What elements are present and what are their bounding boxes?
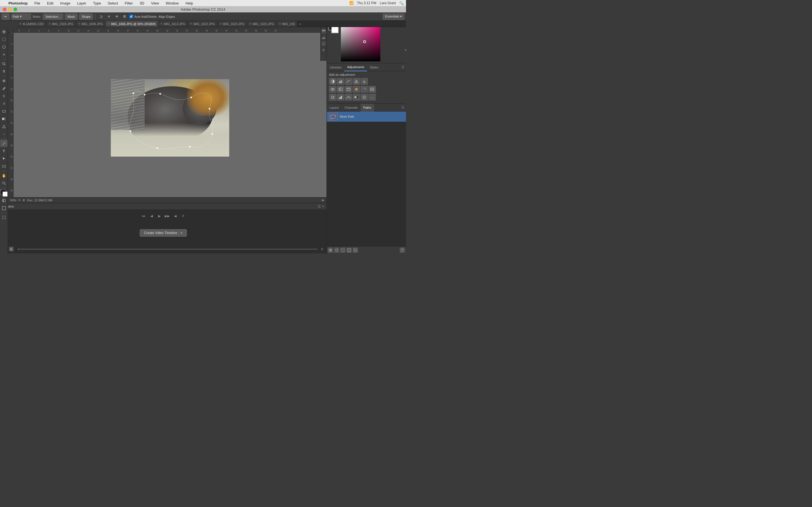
adj-color-balance[interactable] [337,86,344,93]
menu-image[interactable]: Image [59,1,71,5]
menu-select[interactable]: Select [107,1,119,5]
tab-1622[interactable]: ✕ IMG_1622.JPG [188,21,217,27]
timeline-trash-btn[interactable]: 🗑 [9,247,13,251]
view-icon[interactable]: ⊞ [22,199,25,202]
fill-path-btn[interactable] [328,247,333,252]
tab-1623[interactable]: ✕ IMG_1623.JPG [217,21,247,27]
menu-file[interactable]: File [33,1,42,5]
tool-shape[interactable] [0,163,8,170]
adj-channel-mixer[interactable] [361,86,368,93]
auto-add-delete-row[interactable]: Auto Add/Delete [130,15,157,18]
adj-levels[interactable] [337,78,344,85]
tab-close-1631[interactable]: ✕ [249,22,252,25]
tool-magic-wand[interactable]: ✴ [0,51,8,58]
create-video-timeline-button[interactable]: Create Video Timeline ▾ [140,229,187,237]
path-transform-icon[interactable]: ✛ [114,13,120,20]
tab-close-155[interactable]: ✕ [279,22,281,25]
tab-1569[interactable]: ✕ IMG_1569.JPG [46,21,76,27]
selection-button[interactable]: Selection... [43,13,63,20]
timeline-loop[interactable]: ↺ [180,213,186,219]
menu-3d[interactable]: 3D [139,1,146,5]
adj-brightness-contrast[interactable] [329,78,336,85]
tool-marquee[interactable] [0,36,8,43]
create-video-dropdown-icon[interactable]: ▾ [179,231,183,235]
mini-histogram-icon[interactable] [321,35,326,40]
selection-as-path-btn[interactable] [347,247,352,252]
tab-155[interactable]: ✕ IMG_155 [276,21,297,27]
adj-color-lookup[interactable] [368,86,376,93]
mini-info-icon[interactable] [321,41,326,46]
tool-dodge[interactable]: ○ [0,130,8,138]
mask-button[interactable]: Mask [65,13,77,20]
tool-frame[interactable] [0,214,8,221]
reset-colors-icon[interactable]: ↺ [0,189,2,192]
tool-blur[interactable] [0,123,8,130]
tool-history-brush[interactable]: ↺ [0,100,8,107]
play-button[interactable]: ▶ [322,198,324,202]
stroke-path-btn[interactable] [334,247,339,252]
tab-1613[interactable]: ✕ IMG_1613.JPG [158,21,188,27]
tab-1606[interactable]: ✕ IMG_1606.JPG @ 50% (RGB/8) [105,21,158,27]
tab-1631[interactable]: ✕ IMG_1631.JPG [247,21,276,27]
timeline-menu-icon[interactable]: ☰ [318,205,321,209]
tab-close-1623[interactable]: ✕ [220,22,222,25]
adj-gradient-map[interactable] [353,94,360,101]
tool-lasso[interactable] [0,43,8,51]
auto-add-delete-checkbox[interactable] [130,15,133,18]
timeline-first-frame[interactable]: ⏮ [141,213,146,219]
delete-path-btn[interactable] [400,247,405,252]
tab-adjustments[interactable]: Adjustments [344,63,367,71]
menu-help[interactable]: Help [185,1,194,5]
app-name-menu[interactable]: Photoshop [7,1,29,5]
canvas-content[interactable] [13,33,326,203]
adj-posterize[interactable] [337,94,344,101]
tool-screen-mode[interactable] [0,205,8,212]
menu-window[interactable]: Window [165,1,180,5]
search-icon[interactable]: 🔍 [399,1,404,5]
tool-gradient[interactable] [0,115,8,122]
adj-threshold[interactable] [345,94,352,101]
tab-close-1606[interactable]: ✕ [108,22,110,25]
timeline-collapse-icon[interactable]: ✕ [322,205,324,208]
color-saturation-brightness[interactable] [341,22,380,61]
maximize-button[interactable] [13,8,17,11]
adj-invert[interactable] [329,94,336,101]
tool-hand[interactable]: ✋ [0,172,8,179]
essentials-button[interactable]: Essentials ▾ [383,13,404,20]
timeline-back[interactable]: ◀ [172,213,178,219]
tab-layers[interactable]: Layers [327,104,342,112]
adj-vibrance[interactable] [361,78,368,85]
tool-brush[interactable] [0,85,8,92]
tool-healing[interactable] [0,77,8,84]
tab-close-1569[interactable]: ✕ [49,22,51,25]
path-as-selection-btn[interactable] [340,247,345,252]
zoom-icon[interactable]: ▾ [18,198,20,202]
adj-more[interactable]: … [368,94,376,101]
tab-styles[interactable]: Styles [367,63,381,71]
path-align-center-icon[interactable]: ≡ [106,13,112,20]
tool-zoom[interactable] [0,179,8,187]
timeline-settings-icon[interactable]: ⚙ [320,247,324,251]
timeline-play[interactable]: ▶ [156,213,162,219]
tool-move[interactable] [0,28,8,36]
tab-libraries[interactable]: Libraries [327,63,344,71]
tool-clone-stamp[interactable]: S [0,93,8,100]
adj-curves[interactable] [345,78,352,85]
mini-char-icon[interactable]: A [321,47,326,52]
menu-layer[interactable]: Layer [76,1,87,5]
close-button[interactable] [3,8,6,11]
minimize-button[interactable] [8,8,12,11]
adj-hue-saturation[interactable] [329,86,336,93]
shape-button[interactable]: Shape [79,13,93,20]
tool-crop[interactable] [0,60,8,68]
adj-photo-filter[interactable] [353,86,360,93]
tab-close-4l1a[interactable]: ✕ [19,22,21,25]
mini-color-picker-icon[interactable] [321,29,326,34]
timeline-next-frame[interactable]: ▶▶ [164,213,170,219]
timeline-prev-frame[interactable]: ◀ [149,213,154,219]
tabs-overflow-button[interactable]: » [297,22,303,26]
tab-4l1a[interactable]: ✕ 4L1A8991.CR2 [17,21,46,27]
adj-bw[interactable] [345,86,352,93]
adj-panel-menu[interactable]: ☰ [402,65,406,69]
fg-bg-colors[interactable]: ↺ [0,189,8,196]
